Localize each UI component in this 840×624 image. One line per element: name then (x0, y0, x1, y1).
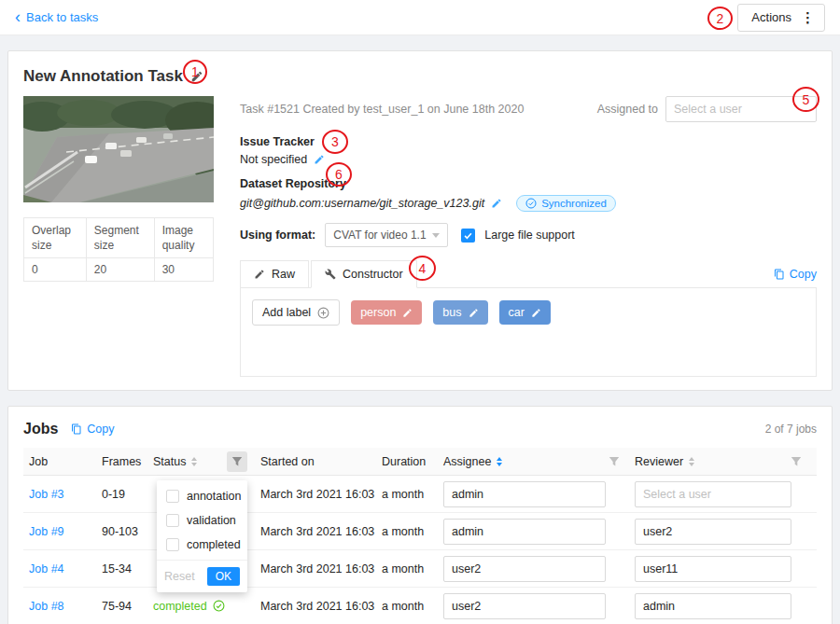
job-link[interactable]: Job #9 (29, 525, 64, 538)
copy-labels-link[interactable]: Copy (774, 268, 817, 281)
annotation-checkbox[interactable] (166, 490, 179, 503)
copy-jobs-link[interactable]: Copy (71, 423, 114, 436)
job-started: March 3rd 2021 16:03 (260, 600, 382, 613)
more-vertical-icon: ⋮ (801, 9, 815, 26)
column-header-frames: Frames (102, 455, 153, 468)
task-assignee-input[interactable] (665, 96, 817, 122)
edit-repository-icon[interactable] (491, 198, 502, 209)
job-duration: a month (382, 488, 443, 501)
format-select[interactable]: CVAT for video 1.1 (325, 223, 448, 247)
task-parameters-table: Overlap size Segment size Image quality … (23, 217, 214, 282)
edit-label-icon[interactable] (402, 308, 413, 318)
large-file-support-checkbox[interactable] (461, 229, 475, 243)
sync-check-circle-icon (525, 198, 537, 209)
task-left-column: Overlap size Segment size Image quality … (23, 96, 214, 377)
label-tag-car[interactable]: car (499, 300, 551, 325)
job-link[interactable]: Job #8 (29, 600, 64, 613)
back-label: Back to tasks (26, 10, 98, 24)
completed-check-circle-icon (213, 600, 225, 612)
job-frames: 75-94 (102, 600, 153, 613)
task-meta: Task #1521 Created by test_user_1 on Jun… (240, 103, 524, 116)
dataset-repository-label: Dataset Repository (240, 177, 817, 190)
status-filter-icon[interactable] (227, 451, 247, 472)
job-assignee-input[interactable] (443, 593, 606, 619)
column-header-status[interactable]: Status (153, 451, 260, 472)
status-sorter-icon[interactable] (191, 457, 197, 466)
filter-reset-button[interactable]: Reset (164, 570, 195, 583)
filter-ok-button[interactable]: OK (207, 567, 240, 586)
job-row: Job #4 15-34 March 3rd 2021 16:03 a mont… (23, 550, 817, 588)
param-value-quality: 30 (154, 258, 213, 282)
status-filter-dropdown: annotation validation completed Reset OK (157, 480, 247, 592)
job-assignee-input[interactable] (443, 519, 606, 545)
job-link[interactable]: Job #3 (29, 488, 64, 501)
job-reviewer-input[interactable] (635, 519, 791, 545)
plus-circle-icon (317, 307, 329, 319)
edit-label-icon[interactable] (531, 308, 541, 318)
job-started: March 3rd 2021 16:03 (260, 488, 382, 501)
label-constructor-panel: Add label person bus (240, 287, 817, 377)
cvat-task-page: ‹ Back to tasks Actions ⋮ New Annotation… (0, 0, 840, 624)
edit-label-icon[interactable] (469, 308, 479, 318)
job-row: Job #8 75-94 completed March 3rd 2021 16… (23, 588, 817, 624)
completed-checkbox[interactable] (166, 538, 179, 551)
assignee-filter-icon[interactable] (609, 456, 620, 467)
task-body: Overlap size Segment size Image quality … (23, 96, 817, 377)
filter-option-completed[interactable]: completed (157, 533, 247, 557)
job-assignee-input[interactable] (443, 556, 606, 582)
dataset-repository-url: git@github.com:username/git_storage_v123… (240, 197, 484, 210)
validation-checkbox[interactable] (166, 514, 179, 527)
reviewer-filter-icon[interactable] (791, 456, 802, 467)
column-header-job[interactable]: Job (23, 455, 102, 468)
issue-tracker-label: Issue Tracker (240, 135, 817, 148)
task-preview-image (23, 96, 214, 202)
task-right-column: Task #1521 Created by test_user_1 on Jun… (240, 96, 817, 377)
edit-task-name-icon[interactable] (190, 70, 203, 83)
job-assignee-input[interactable] (443, 481, 606, 507)
job-started: March 3rd 2021 16:03 (260, 562, 382, 575)
param-header-overlap: Overlap size (24, 218, 87, 258)
param-header-segment: Segment size (86, 218, 154, 258)
param-value-segment: 20 (86, 258, 154, 282)
filter-footer: Reset OK (157, 560, 247, 592)
issue-tracker-value: Not specified (240, 153, 307, 166)
top-bar: ‹ Back to tasks Actions ⋮ (0, 0, 840, 35)
tab-constructor[interactable]: Constructor (311, 260, 417, 288)
jobs-card: Jobs Copy 2 of 7 jobs Job Frames Status (7, 406, 833, 624)
format-row: Using format: CVAT for video 1.1 Large f… (240, 223, 817, 247)
column-header-duration: Duration (382, 455, 443, 468)
edit-issue-tracker-icon[interactable] (314, 154, 325, 165)
column-header-started: Started on (260, 455, 382, 468)
job-started: March 3rd 2021 16:03 (260, 525, 382, 538)
job-reviewer-input[interactable] (635, 556, 791, 582)
copy-icon (774, 269, 785, 280)
chevron-down-icon (432, 233, 440, 238)
large-file-support-label: Large file support (484, 229, 575, 242)
add-label-button[interactable]: Add label (252, 299, 340, 326)
actions-button[interactable]: Actions ⋮ (737, 4, 825, 32)
task-title-row: New Annotation Task (23, 64, 817, 89)
job-status: completed (153, 600, 260, 613)
label-tag-bus[interactable]: bus (433, 300, 487, 325)
actions-label: Actions (751, 10, 791, 24)
job-duration: a month (382, 562, 443, 575)
column-header-reviewer[interactable]: Reviewer (635, 455, 817, 468)
filter-option-annotation[interactable]: annotation (157, 484, 247, 508)
job-reviewer-input[interactable] (635, 481, 791, 507)
column-header-assignee[interactable]: Assignee (443, 455, 635, 468)
job-row: Job #9 90-103 March 3rd 2021 16:03 a mon… (23, 513, 817, 550)
reviewer-sorter-icon[interactable] (689, 457, 694, 466)
tab-raw[interactable]: Raw (240, 260, 309, 288)
sync-status-badge: Synchronized (516, 195, 616, 212)
copy-icon (71, 423, 82, 435)
back-to-tasks-link[interactable]: ‹ Back to tasks (15, 10, 98, 25)
label-tag-person[interactable]: person (351, 300, 422, 325)
param-value-overlap: 0 (24, 258, 87, 282)
constructor-tool-icon (325, 269, 336, 280)
job-reviewer-input[interactable] (635, 593, 791, 619)
jobs-header: Jobs Copy 2 of 7 jobs (23, 416, 817, 442)
assignee-sorter-icon[interactable] (497, 457, 502, 466)
task-title: New Annotation Task (23, 67, 183, 86)
filter-option-validation[interactable]: validation (157, 508, 247, 533)
job-link[interactable]: Job #4 (29, 562, 64, 575)
